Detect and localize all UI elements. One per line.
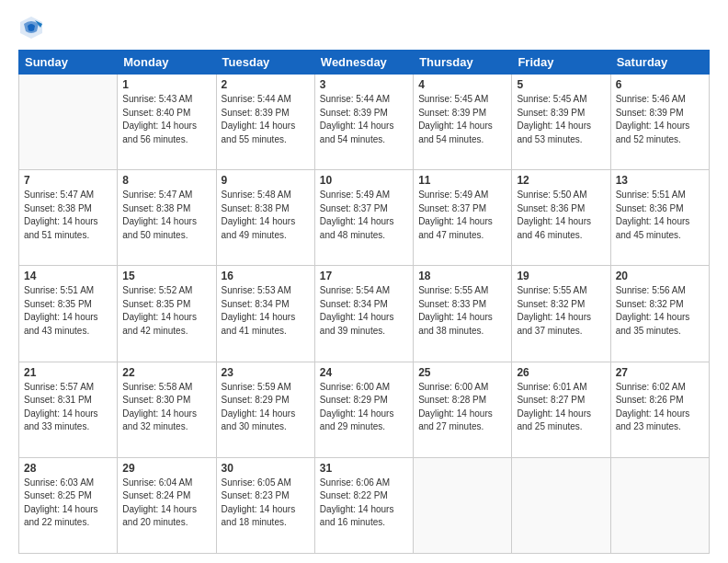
day-number: 12 [517,174,605,187]
calendar-cell [512,457,610,553]
day-number: 14 [24,270,112,282]
day-info: Sunrise: 5:47 AM Sunset: 8:38 PM Dayligh… [122,189,210,242]
day-number: 28 [24,462,112,475]
calendar-cell: 22Sunrise: 5:58 AM Sunset: 8:30 PM Dayli… [118,362,216,457]
day-number: 20 [616,270,704,282]
calendar-header-sunday: Sunday [19,51,118,75]
calendar-header-wednesday: Wednesday [314,51,413,75]
day-info: Sunrise: 5:48 AM Sunset: 8:38 PM Dayligh… [222,189,310,242]
day-info: Sunrise: 6:04 AM Sunset: 8:24 PM Dayligh… [122,477,210,530]
day-number: 16 [222,270,310,282]
day-number: 26 [517,366,605,379]
calendar-cell: 29Sunrise: 6:04 AM Sunset: 8:24 PM Dayli… [118,457,216,553]
calendar-cell: 2Sunrise: 5:44 AM Sunset: 8:39 PM Daylig… [216,75,314,170]
calendar-cell: 3Sunrise: 5:44 AM Sunset: 8:39 PM Daylig… [314,75,413,170]
logo [18,15,48,40]
day-info: Sunrise: 5:52 AM Sunset: 8:35 PM Dayligh… [122,284,210,338]
day-info: Sunrise: 5:59 AM Sunset: 8:29 PM Dayligh… [222,381,310,434]
day-number: 6 [616,78,704,91]
calendar-week-row: 28Sunrise: 6:03 AM Sunset: 8:25 PM Dayli… [19,457,710,553]
day-info: Sunrise: 5:54 AM Sunset: 8:34 PM Dayligh… [320,284,408,338]
day-info: Sunrise: 5:58 AM Sunset: 8:30 PM Dayligh… [122,381,210,434]
calendar-cell: 16Sunrise: 5:53 AM Sunset: 8:34 PM Dayli… [216,266,314,362]
day-info: Sunrise: 5:49 AM Sunset: 8:37 PM Dayligh… [418,189,506,242]
calendar-header-saturday: Saturday [610,51,709,75]
day-number: 10 [320,174,408,187]
day-info: Sunrise: 5:50 AM Sunset: 8:36 PM Dayligh… [517,189,605,242]
day-number: 23 [222,366,310,379]
calendar-week-row: 14Sunrise: 5:51 AM Sunset: 8:35 PM Dayli… [19,266,710,362]
calendar-week-row: 7Sunrise: 5:47 AM Sunset: 8:38 PM Daylig… [19,170,710,266]
day-number: 25 [418,366,506,379]
calendar-cell: 31Sunrise: 6:06 AM Sunset: 8:22 PM Dayli… [314,457,413,553]
calendar-cell: 11Sunrise: 5:49 AM Sunset: 8:37 PM Dayli… [414,170,512,266]
day-number: 24 [320,366,408,379]
day-info: Sunrise: 5:44 AM Sunset: 8:39 PM Dayligh… [320,93,408,146]
day-number: 4 [418,78,506,91]
day-info: Sunrise: 5:49 AM Sunset: 8:37 PM Dayligh… [320,189,408,242]
day-info: Sunrise: 5:46 AM Sunset: 8:39 PM Dayligh… [616,93,704,146]
calendar-week-row: 1Sunrise: 5:43 AM Sunset: 8:40 PM Daylig… [19,75,710,170]
calendar-header-row: SundayMondayTuesdayWednesdayThursdayFrid… [19,51,710,75]
day-info: Sunrise: 6:00 AM Sunset: 8:29 PM Dayligh… [320,381,408,434]
calendar-cell [414,457,512,553]
calendar-header-monday: Monday [118,51,216,75]
day-number: 5 [517,78,605,91]
calendar-cell: 6Sunrise: 5:46 AM Sunset: 8:39 PM Daylig… [610,75,709,170]
day-number: 19 [517,270,605,282]
day-info: Sunrise: 5:47 AM Sunset: 8:38 PM Dayligh… [24,189,112,242]
day-number: 7 [24,174,112,187]
day-number: 8 [122,174,210,187]
day-info: Sunrise: 5:55 AM Sunset: 8:33 PM Dayligh… [418,284,506,338]
day-number: 18 [418,270,506,282]
calendar-cell: 18Sunrise: 5:55 AM Sunset: 8:33 PM Dayli… [414,266,512,362]
calendar-cell: 9Sunrise: 5:48 AM Sunset: 8:38 PM Daylig… [216,170,314,266]
day-number: 30 [222,462,310,475]
calendar-cell: 1Sunrise: 5:43 AM Sunset: 8:40 PM Daylig… [118,75,216,170]
calendar-cell: 17Sunrise: 5:54 AM Sunset: 8:34 PM Dayli… [314,266,413,362]
day-number: 21 [24,366,112,379]
day-info: Sunrise: 5:45 AM Sunset: 8:39 PM Dayligh… [517,93,605,146]
day-number: 1 [122,78,210,91]
calendar-cell: 28Sunrise: 6:03 AM Sunset: 8:25 PM Dayli… [19,457,118,553]
day-info: Sunrise: 5:51 AM Sunset: 8:36 PM Dayligh… [616,189,704,242]
day-info: Sunrise: 6:02 AM Sunset: 8:26 PM Dayligh… [616,381,704,434]
day-info: Sunrise: 6:01 AM Sunset: 8:27 PM Dayligh… [517,381,605,434]
day-info: Sunrise: 5:53 AM Sunset: 8:34 PM Dayligh… [222,284,310,338]
calendar-cell: 10Sunrise: 5:49 AM Sunset: 8:37 PM Dayli… [314,170,413,266]
day-number: 27 [616,366,704,379]
calendar-header-thursday: Thursday [414,51,512,75]
day-number: 2 [222,78,310,91]
calendar-cell: 15Sunrise: 5:52 AM Sunset: 8:35 PM Dayli… [118,266,216,362]
day-number: 9 [222,174,310,187]
calendar-cell: 12Sunrise: 5:50 AM Sunset: 8:36 PM Dayli… [512,170,610,266]
day-info: Sunrise: 6:05 AM Sunset: 8:23 PM Dayligh… [222,477,310,530]
calendar-cell: 30Sunrise: 6:05 AM Sunset: 8:23 PM Dayli… [216,457,314,553]
day-info: Sunrise: 5:51 AM Sunset: 8:35 PM Dayligh… [24,284,112,338]
day-number: 31 [320,462,408,475]
day-info: Sunrise: 6:00 AM Sunset: 8:28 PM Dayligh… [418,381,506,434]
calendar-cell [610,457,709,553]
calendar-cell: 19Sunrise: 5:55 AM Sunset: 8:32 PM Dayli… [512,266,610,362]
calendar-cell: 4Sunrise: 5:45 AM Sunset: 8:39 PM Daylig… [414,75,512,170]
calendar-cell: 27Sunrise: 6:02 AM Sunset: 8:26 PM Dayli… [610,362,709,457]
day-number: 15 [122,270,210,282]
calendar-cell: 24Sunrise: 6:00 AM Sunset: 8:29 PM Dayli… [314,362,413,457]
day-number: 13 [616,174,704,187]
day-number: 11 [418,174,506,187]
calendar-cell: 13Sunrise: 5:51 AM Sunset: 8:36 PM Dayli… [610,170,709,266]
calendar-cell: 21Sunrise: 5:57 AM Sunset: 8:31 PM Dayli… [19,362,118,457]
calendar-cell: 20Sunrise: 5:56 AM Sunset: 8:32 PM Dayli… [610,266,709,362]
day-info: Sunrise: 5:56 AM Sunset: 8:32 PM Dayligh… [616,284,704,338]
calendar-cell: 25Sunrise: 6:00 AM Sunset: 8:28 PM Dayli… [414,362,512,457]
logo-icon [18,15,44,40]
day-info: Sunrise: 6:06 AM Sunset: 8:22 PM Dayligh… [320,477,408,530]
day-number: 3 [320,78,408,91]
calendar-cell: 8Sunrise: 5:47 AM Sunset: 8:38 PM Daylig… [118,170,216,266]
header [18,15,710,40]
page: SundayMondayTuesdayWednesdayThursdayFrid… [0,0,728,563]
calendar-header-friday: Friday [512,51,610,75]
day-info: Sunrise: 6:03 AM Sunset: 8:25 PM Dayligh… [24,477,112,530]
calendar-cell [19,75,118,170]
day-info: Sunrise: 5:43 AM Sunset: 8:40 PM Dayligh… [122,93,210,146]
